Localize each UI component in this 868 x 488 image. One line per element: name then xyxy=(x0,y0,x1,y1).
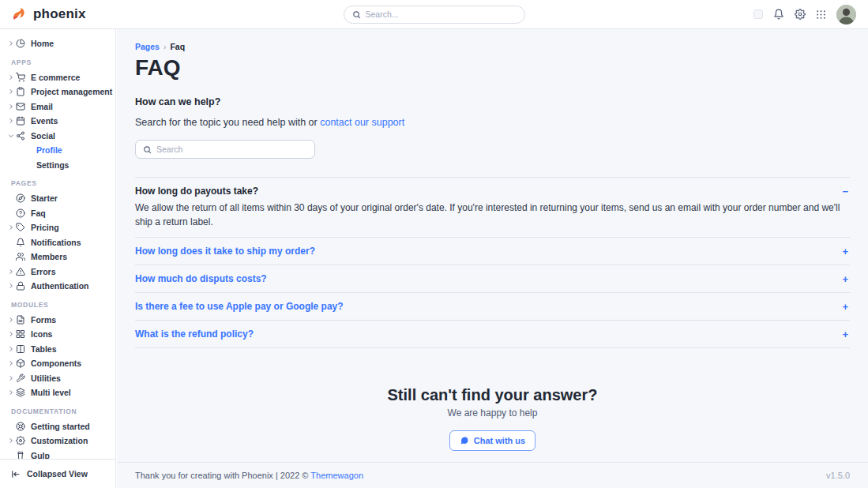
sidebar-item-icons[interactable]: Icons xyxy=(8,327,111,342)
sidebar-item-label: Customization xyxy=(31,436,88,445)
footer-version: v1.5.0 xyxy=(826,471,850,480)
sidebar-item-social[interactable]: Social xyxy=(8,129,111,144)
sidebar-item-email[interactable]: Email xyxy=(8,99,111,114)
sidebar-item-pricing[interactable]: Pricing xyxy=(8,220,111,235)
sidebar-nav: HomeAPPSE commerceProject managementEmai… xyxy=(0,29,115,459)
sidebar-item-home[interactable]: Home xyxy=(8,36,111,51)
plus-icon[interactable]: + xyxy=(842,246,850,257)
sidebar-item-starter[interactable]: Starter xyxy=(8,191,111,206)
sidebar-item-tables[interactable]: Tables xyxy=(8,342,111,357)
chevron-down-icon xyxy=(8,133,16,139)
faq-item: Is there a fee to use Apple pay or Googl… xyxy=(135,293,850,321)
global-search-input[interactable] xyxy=(366,9,517,19)
avatar[interactable] xyxy=(836,5,856,24)
sidebar-item-multi-level[interactable]: Multi level xyxy=(8,385,111,400)
faq-question-row[interactable]: How much do disputs costs?+ xyxy=(135,273,850,284)
sidebar-item-notifications[interactable]: Notifications xyxy=(8,235,111,250)
chevron-right-icon xyxy=(8,283,16,289)
search-icon xyxy=(143,145,152,154)
sidebar-section-label: DOCUMENTATION xyxy=(11,407,111,415)
breadcrumb-current: Faq xyxy=(170,42,185,51)
contact-support-link[interactable]: contact our support xyxy=(320,117,404,128)
calendar-icon xyxy=(16,116,26,126)
sidebar-item-members[interactable]: Members xyxy=(8,250,111,265)
sidebar-item-label: Multi level xyxy=(31,388,71,397)
faq-question: How much do disputs costs? xyxy=(135,273,267,284)
page-title: FAQ xyxy=(135,55,850,81)
users-icon xyxy=(16,252,26,261)
sidebar-item-authentication[interactable]: Authentication xyxy=(8,279,111,294)
sidebar-item-events[interactable]: Events xyxy=(8,114,111,129)
lock-icon xyxy=(16,281,26,291)
main-area: Pages › Faq FAQ How can we help? Search … xyxy=(117,29,868,488)
chevron-right-icon xyxy=(8,88,16,95)
page-content: Pages › Faq FAQ How can we help? Search … xyxy=(117,29,868,462)
faq-question-row[interactable]: Is there a fee to use Apple pay or Googl… xyxy=(135,301,850,312)
chevron-right-icon xyxy=(8,118,16,124)
sidebar-subitem-settings[interactable]: Settings xyxy=(8,158,111,173)
themewagon-link[interactable]: Themewagon xyxy=(310,471,363,480)
faq-question: How long do payouts take? xyxy=(135,186,258,197)
sidebar-item-gulp[interactable]: Gulp xyxy=(8,449,111,460)
bell-icon[interactable] xyxy=(773,9,784,20)
sidebar-item-components[interactable]: Components xyxy=(8,356,111,371)
sidebar-item-e-commerce[interactable]: E commerce xyxy=(8,70,111,85)
sidebar-item-label: Events xyxy=(31,116,58,126)
apps-grid-icon[interactable] xyxy=(816,9,826,20)
clipboard-icon xyxy=(16,87,26,96)
faq-accordion: How long do payouts take?−We allow the r… xyxy=(135,177,850,348)
sidebar-item-project-management[interactable]: Project management xyxy=(8,84,111,99)
chevron-right-icon xyxy=(8,224,16,231)
top-navbar: phoenix xyxy=(0,0,868,29)
page-footer: Thank you for creating with Phoenix | 20… xyxy=(117,462,868,488)
faq-search-input[interactable] xyxy=(156,145,307,154)
faq-item: How long do payouts take?−We allow the r… xyxy=(135,178,850,238)
sidebar-item-getting-started[interactable]: Getting started xyxy=(8,419,111,434)
help-title: How can we help? xyxy=(135,96,850,107)
theme-toggle[interactable] xyxy=(753,9,763,19)
alert-triangle-icon xyxy=(16,267,26,276)
help-lead: Search for the topic you need help with … xyxy=(135,117,850,128)
global-search[interactable] xyxy=(344,6,525,24)
faq-question: Is there a fee to use Apple pay or Googl… xyxy=(135,301,344,312)
sidebar-item-label: Icons xyxy=(31,329,52,339)
plus-icon[interactable]: + xyxy=(842,329,850,340)
faq-question-row[interactable]: What is the refund policy?+ xyxy=(135,328,850,340)
sidebar-item-label: E commerce xyxy=(31,73,80,82)
search-icon xyxy=(352,10,361,19)
sidebar-item-forms[interactable]: Forms xyxy=(8,313,111,328)
brand-name: phoenix xyxy=(33,6,86,22)
sidebar-item-label: Notifications xyxy=(31,238,81,247)
faq-search[interactable] xyxy=(135,140,315,159)
sidebar-section-label: MODULES xyxy=(11,301,111,309)
phoenix-logo[interactable]: phoenix xyxy=(12,6,86,22)
package-icon xyxy=(16,358,26,368)
sidebar-subitem-profile[interactable]: Profile xyxy=(8,143,111,158)
collapsed-view-toggle[interactable]: Collapsed View xyxy=(0,459,115,488)
mail-icon xyxy=(16,102,26,111)
breadcrumb-separator: › xyxy=(163,42,167,51)
sidebar-item-faq[interactable]: Faq xyxy=(8,206,111,221)
chat-with-us-button[interactable]: Chat with us xyxy=(449,430,535,451)
chevron-right-icon xyxy=(8,40,16,47)
sidebar-item-label: Pricing xyxy=(31,223,59,232)
chevron-right-icon xyxy=(8,268,16,275)
chevron-right-icon xyxy=(8,389,16,396)
breadcrumb-pages-link[interactable]: Pages xyxy=(135,42,160,51)
plus-icon[interactable]: + xyxy=(842,274,850,284)
gear-icon[interactable] xyxy=(795,9,806,20)
sidebar-subitem-label: Profile xyxy=(36,145,62,155)
plus-icon[interactable]: + xyxy=(842,302,850,312)
faq-item: How long does it take to ship my order?+ xyxy=(135,238,850,265)
sidebar-item-customization[interactable]: Customization xyxy=(8,434,111,449)
sidebar-section-label: APPS xyxy=(11,58,111,66)
chevron-right-icon xyxy=(8,331,16,337)
faq-question-row[interactable]: How long do payouts take?− xyxy=(135,186,850,197)
cta-subtitle: We are happy to help xyxy=(135,407,850,419)
sidebar-item-errors[interactable]: Errors xyxy=(8,265,111,280)
faq-question: What is the refund policy? xyxy=(135,328,254,340)
pie-chart-icon xyxy=(16,39,26,48)
faq-question-row[interactable]: How long does it take to ship my order?+ xyxy=(135,246,850,257)
sidebar-item-utilities[interactable]: Utilities xyxy=(8,371,111,386)
minus-icon[interactable]: − xyxy=(842,186,850,197)
